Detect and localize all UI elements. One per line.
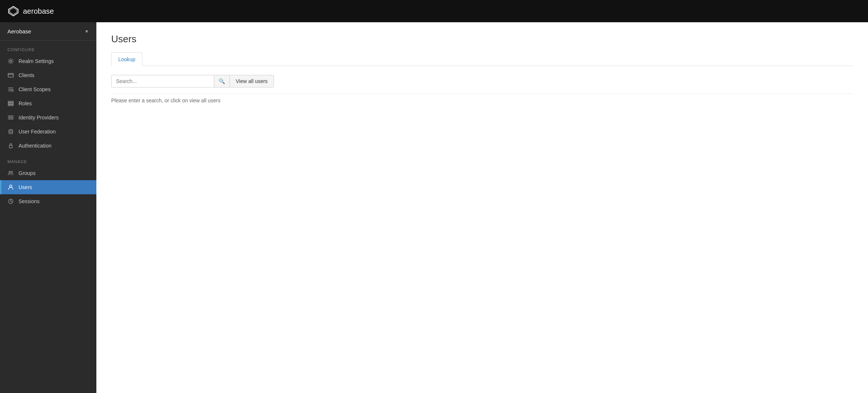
svg-point-4	[12, 90, 13, 92]
content-area: Users Lookup 🔍 View all users Please ent…	[96, 22, 868, 393]
search-row: 🔍 View all users	[111, 75, 853, 87]
sidebar-item-label: Groups	[19, 170, 36, 176]
sidebar-item-label: Sessions	[19, 198, 40, 204]
client-scopes-icon	[7, 86, 14, 93]
sidebar-item-sessions[interactable]: Sessions	[0, 194, 96, 208]
sidebar-item-user-federation[interactable]: User Federation	[0, 125, 96, 139]
sidebar-item-clients[interactable]: Clients	[0, 68, 96, 82]
manage-section-label: Manage	[0, 153, 96, 166]
tabs-bar: Lookup	[111, 52, 853, 66]
realm-selector[interactable]: Aerobase ▼	[0, 22, 96, 41]
sidebar-item-label: Users	[19, 184, 32, 190]
app-logo[interactable]: aerobase	[7, 5, 54, 17]
roles-icon	[7, 100, 14, 107]
tab-label: Lookup	[118, 56, 135, 62]
sidebar-item-roles[interactable]: Roles	[0, 96, 96, 110]
sidebar-item-label: Realm Settings	[19, 58, 54, 64]
search-input[interactable]	[112, 75, 214, 87]
search-hint: Please enter a search, or click on view …	[111, 93, 853, 107]
logo-icon	[7, 5, 19, 17]
authentication-icon	[7, 142, 14, 149]
app-name: aerobase	[23, 7, 54, 16]
svg-point-10	[9, 171, 10, 173]
svg-marker-1	[10, 7, 17, 14]
search-submit-button[interactable]: 🔍	[214, 75, 229, 87]
sidebar-item-label: Roles	[19, 100, 32, 106]
sidebar-item-label: Clients	[19, 72, 34, 78]
svg-rect-5	[8, 101, 13, 102]
sidebar: Aerobase ▼ Configure Realm Settings Clie…	[0, 22, 96, 393]
users-icon	[7, 184, 14, 191]
sidebar-item-authentication[interactable]: Authentication	[0, 139, 96, 153]
configure-section-label: Configure	[0, 41, 96, 54]
svg-rect-9	[9, 145, 12, 148]
svg-point-2	[10, 60, 12, 62]
groups-icon	[7, 170, 14, 176]
sidebar-item-client-scopes[interactable]: Client Scopes	[0, 82, 96, 96]
svg-rect-7	[8, 105, 13, 106]
chevron-down-icon: ▼	[85, 29, 89, 34]
sidebar-item-label: User Federation	[19, 129, 56, 135]
view-all-users-button[interactable]: View all users	[229, 75, 274, 87]
clients-icon	[7, 72, 14, 79]
sidebar-item-users[interactable]: Users	[0, 180, 96, 194]
svg-point-8	[9, 129, 13, 131]
svg-point-12	[10, 185, 12, 187]
sidebar-item-label: Identity Providers	[19, 115, 59, 120]
main-layout: Aerobase ▼ Configure Realm Settings Clie…	[0, 22, 868, 393]
svg-point-11	[11, 171, 13, 173]
realm-name: Aerobase	[7, 28, 31, 34]
sessions-icon	[7, 198, 14, 205]
user-federation-icon	[7, 128, 14, 135]
sidebar-item-identity-providers[interactable]: Identity Providers	[0, 110, 96, 125]
identity-providers-icon	[7, 114, 14, 121]
sidebar-item-label: Authentication	[19, 143, 52, 149]
search-icon: 🔍	[219, 78, 225, 84]
sidebar-item-realm-settings[interactable]: Realm Settings	[0, 54, 96, 68]
topbar: aerobase	[0, 0, 868, 22]
svg-rect-6	[8, 103, 13, 104]
svg-rect-3	[8, 73, 13, 77]
sidebar-item-groups[interactable]: Groups	[0, 166, 96, 180]
sidebar-item-label: Client Scopes	[19, 86, 50, 92]
page-title: Users	[111, 33, 853, 45]
realm-settings-icon	[7, 58, 14, 65]
tab-lookup[interactable]: Lookup	[111, 52, 142, 66]
search-input-wrap: 🔍	[111, 75, 230, 87]
